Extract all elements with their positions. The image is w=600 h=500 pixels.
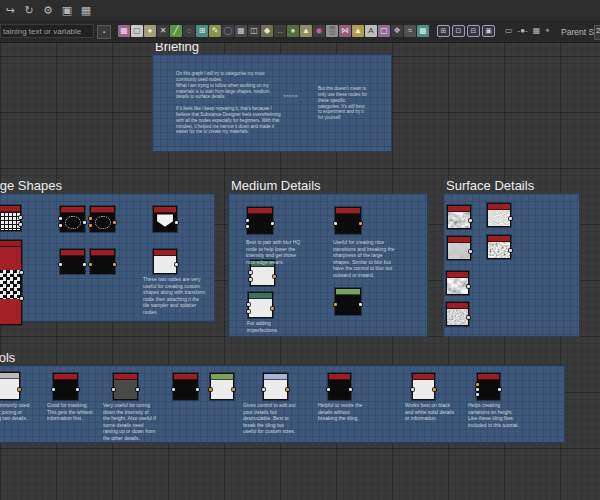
crop-node-icon[interactable]: ▢	[378, 25, 390, 37]
tile-node-icon[interactable]: ▦	[235, 25, 247, 37]
output-connector[interactable]	[113, 221, 116, 224]
graph-node[interactable]	[447, 236, 471, 260]
input-connector[interactable]	[476, 388, 479, 391]
thumbnail-icon[interactable]: ▣	[61, 5, 73, 16]
slope-blur-node-icon[interactable]: ✎	[209, 25, 221, 37]
fill-node-icon[interactable]: ◆	[261, 25, 273, 37]
graph-node[interactable]	[90, 249, 115, 274]
layout-icon[interactable]: ▦	[533, 25, 541, 37]
output-connector[interactable]	[136, 388, 139, 391]
output-connector[interactable]	[467, 285, 470, 288]
graph-canvas[interactable]: BriefingLarge ShapesMedium DetailsSurfac…	[0, 0, 600, 500]
input-connector[interactable]	[327, 388, 330, 391]
paint-node-icon[interactable]: ●	[144, 25, 156, 37]
graph-node[interactable]	[335, 288, 361, 315]
graph-node[interactable]	[447, 205, 471, 229]
outline-icon-4[interactable]: ▣	[482, 25, 495, 37]
shape-node-icon[interactable]: ◯	[222, 25, 234, 37]
graph-node[interactable]	[263, 373, 288, 400]
tile-random-node-icon[interactable]: ▦	[417, 25, 429, 37]
output-connector[interactable]	[286, 388, 289, 391]
input-connector[interactable]	[59, 224, 62, 227]
scatter-node-icon[interactable]: ●	[287, 25, 299, 37]
bitmap-node-icon[interactable]: ▦	[118, 25, 130, 37]
output-connector[interactable]	[196, 388, 199, 391]
graph-node[interactable]	[328, 373, 351, 400]
outline-icon-2[interactable]: ⊡	[452, 25, 465, 37]
graph-node[interactable]	[446, 302, 469, 326]
gradient-map-node-icon[interactable]: ◉	[313, 25, 325, 37]
transform-node-icon[interactable]: ⊞	[196, 25, 208, 37]
rotate-icon[interactable]: ↻	[23, 5, 35, 16]
parent-size-select[interactable]: 2	[594, 25, 600, 40]
text-node-icon[interactable]: A	[365, 25, 377, 37]
graph-node[interactable]	[60, 206, 85, 232]
graph-node[interactable]	[153, 206, 177, 232]
output-connector[interactable]	[232, 388, 235, 391]
search-dropdown-button[interactable]: ▪	[97, 25, 111, 39]
output-connector[interactable]	[433, 388, 436, 391]
output-connector[interactable]	[509, 249, 512, 252]
output-connector[interactable]	[469, 219, 472, 222]
graph-node[interactable]	[247, 207, 273, 234]
graph-node[interactable]	[210, 373, 234, 400]
graph-node[interactable]	[335, 207, 361, 234]
output-connector[interactable]	[349, 388, 352, 391]
input-connector[interactable]	[172, 388, 175, 391]
output-connector[interactable]	[76, 388, 79, 391]
height-node-icon[interactable]: ▲	[352, 25, 364, 37]
output-connector[interactable]	[175, 221, 178, 224]
graph-node[interactable]	[113, 373, 138, 400]
input-connector[interactable]	[334, 303, 337, 306]
pin-icon[interactable]: ⌖	[545, 25, 550, 37]
outline-icon-3[interactable]: ⊟	[467, 25, 480, 37]
input-connector[interactable]	[59, 263, 62, 266]
connector-icon[interactable]: -●-	[518, 25, 528, 37]
input-connector[interactable]	[476, 393, 479, 396]
input-connector[interactable]	[247, 310, 250, 313]
output-connector[interactable]	[273, 275, 276, 278]
graph-node[interactable]	[412, 373, 435, 400]
graph-node[interactable]	[0, 372, 20, 400]
wrench-icon[interactable]: ⚙	[42, 5, 54, 16]
input-connector[interactable]	[411, 388, 414, 391]
pyramid-node-icon[interactable]: ▲	[300, 25, 312, 37]
waveform-node-icon[interactable]: ≈	[404, 25, 416, 37]
shape-splatter-node-icon[interactable]: ❖	[391, 25, 403, 37]
input-connector[interactable]	[262, 388, 265, 391]
output-connector[interactable]	[18, 388, 21, 391]
graph-node[interactable]	[0, 205, 21, 231]
graph-node[interactable]	[153, 249, 177, 274]
input-connector[interactable]	[89, 224, 92, 227]
noise-node-icon[interactable]: ▒	[326, 25, 338, 37]
graph-node[interactable]	[60, 249, 85, 274]
output-connector[interactable]	[271, 307, 274, 310]
graph-node[interactable]	[487, 235, 511, 259]
blur-node-icon[interactable]: ◌	[183, 25, 195, 37]
graph-node[interactable]	[173, 373, 198, 400]
output-connector[interactable]	[467, 316, 470, 319]
graph-node[interactable]	[446, 271, 469, 295]
graph-node[interactable]	[90, 206, 115, 232]
search-input[interactable]	[0, 24, 94, 38]
input-connector[interactable]	[52, 388, 55, 391]
link-mode-icon[interactable]: ↪	[4, 5, 16, 16]
input-connector[interactable]	[249, 278, 252, 281]
output-connector[interactable]	[509, 217, 512, 220]
outline-icon-1[interactable]: ⊞	[437, 25, 450, 37]
extract-node-icon[interactable]: ◫	[248, 25, 260, 37]
input-connector[interactable]	[334, 222, 337, 225]
output-connector[interactable]	[20, 271, 23, 274]
output-connector[interactable]	[469, 250, 472, 253]
output-connector[interactable]	[359, 222, 362, 225]
input-connector[interactable]	[209, 388, 212, 391]
output-connector[interactable]	[175, 263, 178, 266]
input-connector[interactable]	[246, 219, 249, 222]
switch-node-icon[interactable]: ✕	[157, 25, 169, 37]
output-connector[interactable]	[498, 388, 501, 391]
output-connector[interactable]	[359, 303, 362, 306]
graph-node[interactable]	[248, 292, 273, 318]
output-connector[interactable]	[19, 223, 22, 226]
graph-node[interactable]	[53, 373, 78, 400]
graph-node[interactable]	[0, 240, 22, 325]
